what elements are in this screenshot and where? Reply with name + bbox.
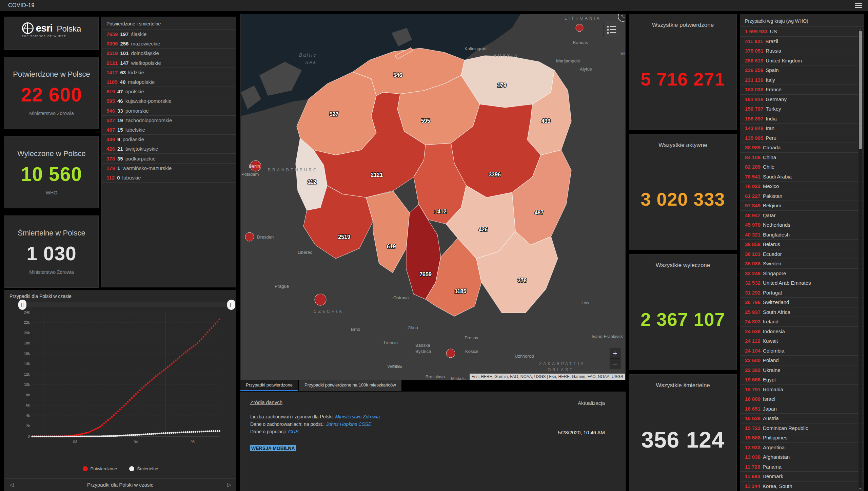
voivodeship-row[interactable]: 42621świętokrzyskie [102,144,236,154]
source-link[interactable]: Johns Hopkins CSSE [326,421,371,427]
slider-handle-left[interactable] [18,300,26,310]
country-row[interactable]: 16 651Japan [740,404,863,414]
tab-inactive[interactable]: Przypadki potwierdzone na 100k mieszkańc… [299,380,401,391]
legend-item[interactable]: Śmiertelne [129,466,158,471]
map-legend-icon[interactable] [604,22,619,37]
country-row[interactable]: 15 723Dominican Republic [740,423,863,433]
stat-global-active: Wszystkie aktywne3 020 333 [629,134,737,250]
country-row[interactable]: 31 292Portugal [740,288,863,298]
country-row[interactable]: 39 858Belarus [740,240,863,249]
chart-next-icon[interactable]: ▷ [222,482,236,488]
time-range-slider[interactable] [22,302,232,307]
svg-text:6k: 6k [26,403,30,407]
country-row[interactable]: 35 088Sweden [740,259,863,269]
country-row[interactable]: 135 905Peru [740,133,863,143]
scroll-up-icon[interactable]: ⌃ [859,28,862,33]
mobile-version-link[interactable]: WERSJA MOBILNA [250,445,296,451]
country-row[interactable]: 40 321Bangladesh [740,230,863,240]
voivodeship-row[interactable]: 48715lubelskie [102,125,236,135]
voivodeship-row[interactable]: 3396256mazowieckie [102,39,236,49]
country-row[interactable]: 16 809Israel [740,394,863,404]
voivodeship-row[interactable]: 141263łódzkie [102,68,236,77]
country-row[interactable]: 32 532United Arab Emirates [740,278,863,288]
hamburger-menu-icon[interactable] [855,2,862,9]
country-row[interactable]: 11 344Korea, South [740,481,863,491]
country-row[interactable]: 84 106China [740,153,863,163]
country-row[interactable]: 11 680Denmark [740,472,863,481]
country-row[interactable]: 19 666Egypt [740,375,863,385]
voivodeship-row[interactable]: 1120lubuskie [102,173,236,183]
scrollbar-thumb[interactable] [859,31,862,149]
scroll-down-icon[interactable]: ⌄ [859,485,862,490]
tab-active[interactable]: Przypadki potwierdzone [240,380,298,391]
country-row[interactable]: 11 728Panama [740,462,863,472]
country-row[interactable]: 48 947Qatar [740,211,863,221]
voivodeship-row[interactable]: 1791warmińsko-mazurskie [102,164,236,173]
map-panel[interactable]: BalticSeaLITHUANIAKaunasVilniusMarijampo… [240,14,626,380]
country-row[interactable]: 24 104Colombia [740,346,863,356]
country-row[interactable]: 15 588Philippines [740,433,863,443]
country-row[interactable]: 231 139Italy [740,75,863,85]
voivodeship-row[interactable]: 2121147wielkopolskie [102,58,236,68]
country-row[interactable]: 1 699 933US [740,27,863,37]
stat-source: WHO [46,190,57,195]
voivodeship-row[interactable]: 118540małopolskie [102,77,236,87]
country-row[interactable]: 24 112Kuwait [740,336,863,346]
country-row[interactable]: 22 382Ukraine [740,365,863,375]
chart-prev-icon[interactable]: ◁ [5,482,18,488]
logo-brand: esri [36,22,53,34]
country-row[interactable]: 16 628Austria [740,414,863,423]
country-row[interactable]: 159 797Turkey [740,104,863,114]
country-row[interactable]: 61 227Pakistan [740,191,863,201]
stat-value: 10 560 [21,163,82,185]
country-row[interactable]: 78 023Mexico [740,182,863,191]
slider-handle-right[interactable] [227,300,235,310]
country-row[interactable]: 33 249Singapore [740,269,863,279]
country-row[interactable]: 18 791Romania [740,385,863,395]
country-row[interactable]: 13 036Afghanistan [740,452,863,462]
country-row[interactable]: 411 821Brazil [740,37,863,46]
stat-label: Śmiertelne w Polsce [18,229,85,238]
country-row[interactable]: 25 937South Africa [740,307,863,317]
svg-text:20k: 20k [24,331,30,335]
case-bubble [576,24,583,32]
stat-value: 2 367 107 [640,309,725,330]
voivodeship-row[interactable]: 37835podkarpackie [102,154,236,163]
country-row[interactable]: 45 970Netherlands [740,220,863,230]
country-row[interactable]: 22 600Poland [740,356,863,365]
country-row[interactable]: 158 897India [740,114,863,124]
country-row[interactable]: 24 538Indonesia [740,327,863,337]
stat-value: 356 124 [641,427,725,453]
voivodeship-row[interactable]: 52719zachodniopomorskie [102,116,236,125]
source-link[interactable]: GUS [288,429,298,434]
country-list-scrollbar[interactable] [859,27,862,488]
country-row[interactable]: 24 803Ireland [740,317,863,327]
country-row[interactable]: 379 051Russia [740,46,863,56]
country-row[interactable]: 183 038France [740,85,863,95]
country-row[interactable]: 30 796Switzerland [740,298,863,307]
country-row[interactable]: 181 918Germany [740,95,863,105]
country-row[interactable]: 13 933Argentina [740,443,863,453]
stat-value: 22 600 [21,83,82,106]
voivodeship-row[interactable]: 61947opolskie [102,87,236,96]
country-row[interactable]: 82 289Chile [740,162,863,172]
voivodeship-row[interactable]: 4399podlaskie [102,135,236,144]
voivodeship-list: 7659197śląskie3396256mazowieckie2519101d… [102,29,236,183]
zoom-out-button[interactable]: − [610,359,620,369]
chart-title: Przypadki dla Polski w czasie [5,290,236,302]
zoom-in-button[interactable]: + [610,348,620,359]
voivodeship-row[interactable]: 7659197śląskie [102,30,236,39]
source-link[interactable]: Ministerstwo Zdrowia [335,414,380,419]
country-row[interactable]: 88 989Canada [740,143,863,153]
country-row[interactable]: 78 541Saudi Arabia [740,172,863,182]
country-row[interactable]: 38 103Ecuador [740,249,863,259]
country-row[interactable]: 143 849Iran [740,124,863,133]
country-row[interactable]: 57 849Belgium [740,201,863,211]
voivodeship-row[interactable]: 2519101dolnośląskie [102,49,236,58]
voivodeship-row[interactable]: 59546kujawsko-pomorskie [102,96,236,106]
voivodeship-row[interactable]: 54633pomorskie [102,106,236,116]
series-Potwierdzone [32,319,220,437]
legend-item[interactable]: Potwierdzone [83,466,117,471]
country-row[interactable]: 268 619United Kingdom [740,56,863,66]
country-row[interactable]: 236 259Spain [740,65,863,75]
